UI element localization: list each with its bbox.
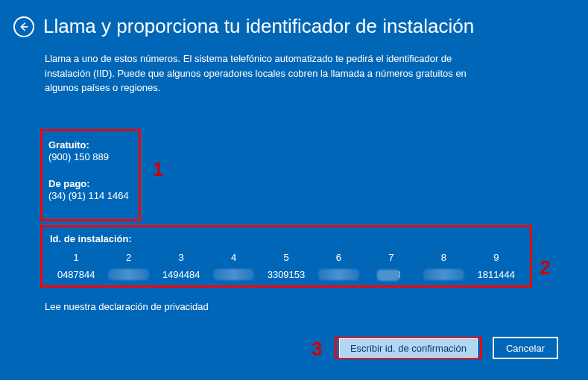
confirm-button[interactable]: Escribir id. de confirmación [339,338,478,358]
phone-paid-label: De pago: [48,178,133,189]
installation-id-title: Id. de instalación: [50,233,522,244]
redacted-block [318,269,359,280]
privacy-link[interactable]: Lee nuestra declaración de privacidad [45,301,209,312]
iid-value: 1811444 [470,269,522,282]
page-title: Llama y proporciona tu identificador de … [43,15,474,38]
phone-paid-number: (34) (91) 114 1464 [48,190,133,201]
redacted-block [213,269,254,280]
installation-id-box: Id. de instalación: 1 2 3 4 5 6 7 8 9 04… [40,225,532,288]
annotation-1: 1 [153,158,163,181]
iid-col-header: 2 [102,252,154,263]
iid-value-redacted [207,269,259,282]
annotation-3: 3 [312,338,322,361]
iid-col-header: 7 [365,252,417,263]
iid-value-redacted [417,269,470,282]
cancel-button[interactable]: Cancelar [493,337,558,359]
redacted-block [108,269,149,280]
confirm-button-highlight: Escribir id. de confirmación [335,337,482,359]
iid-value: 3309153 [260,269,312,282]
arrow-left-icon [19,22,29,32]
iid-value-redacted [102,269,154,282]
iid-col-header: 3 [155,252,207,263]
iid-value: 1494484 [155,269,207,282]
iid-col-header: 1 [50,252,102,263]
iid-col-header: 5 [260,252,312,263]
annotation-2: 2 [540,256,550,279]
redacted-block [423,269,464,280]
back-button[interactable] [13,16,34,37]
redacted-block [377,270,399,281]
iid-value: 0487844 [50,269,102,282]
phone-free-number: (900) 150 889 [48,151,133,162]
page-description: Llama a uno de estos números. El sistema… [0,38,544,95]
iid-value-redacted [312,269,364,282]
iid-col-header: 9 [470,252,522,263]
phone-free-label: Gratuito: [48,139,133,151]
iid-col-header: 4 [207,252,259,263]
iid-col-header: 6 [312,252,364,263]
iid-col-header: 8 [417,252,470,263]
iid-value-partial: 1 33 [365,269,417,282]
phone-numbers-box: Gratuito: (900) 150 889 De pago: (34) (9… [40,129,141,221]
